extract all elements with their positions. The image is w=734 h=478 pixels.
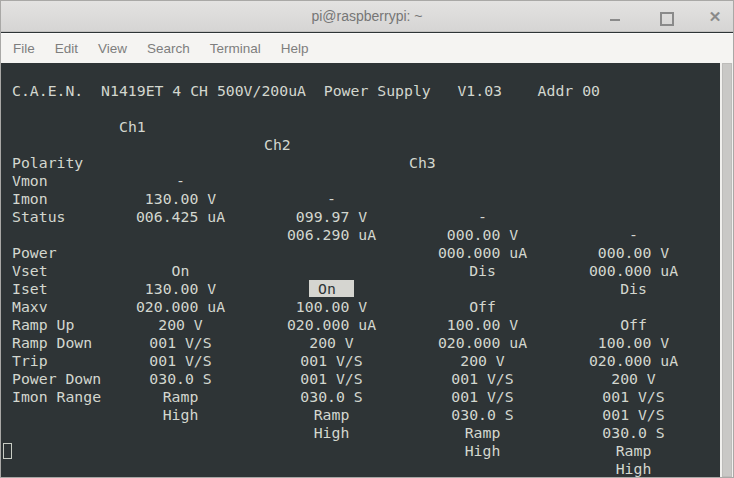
vmon-ch2: 099.97 V	[256, 208, 407, 226]
row-label: Status	[12, 208, 65, 226]
minimize-icon[interactable]	[607, 9, 623, 25]
menu-view[interactable]: View	[88, 36, 137, 61]
table-row-polarity: Polarity - - - -	[1, 136, 720, 154]
terminal-window: pi@raspberrypi: ~ ✕ File Edit View Searc…	[0, 0, 734, 478]
terminal-screen[interactable]: C.A.E.N. N1419ET 4 CH 500V/200uA Power S…	[1, 63, 733, 477]
close-icon[interactable]: ✕	[707, 9, 723, 25]
maximize-icon[interactable]	[657, 9, 673, 25]
imon-ch1: 006.425 uA	[105, 208, 256, 226]
trip-ch2[interactable]: 030.0 S	[256, 388, 407, 406]
powerdown-ch3[interactable]: Ramp	[407, 424, 558, 442]
menu-terminal[interactable]: Terminal	[200, 36, 271, 61]
table-row-power: Power On On Off Off	[1, 226, 720, 244]
window-controls: ✕	[607, 1, 723, 32]
imonrange-ch4[interactable]: High	[558, 460, 709, 478]
menu-edit[interactable]: Edit	[45, 36, 88, 61]
table-row-imon: Imon 006.425 uA 006.290 uA 000.000 uA 00…	[1, 172, 720, 190]
rampdown-ch4[interactable]: 001 V/S	[558, 406, 709, 424]
table-row-ramp-up: Ramp Up 001 V/S 001 V/S 001 V/S 001 V/S	[1, 298, 720, 316]
table-row-iset: Iset 020.000 uA 020.000 uA 020.000 uA 02…	[1, 262, 720, 280]
rampdown-ch3[interactable]: 001 V/S	[407, 388, 558, 406]
table-row-maxv: Maxv 200 V 200 V 200 V 200 V	[1, 280, 720, 298]
channel-header-ch1: Ch1	[119, 118, 146, 136]
scrollbar-thumb[interactable]	[722, 63, 732, 477]
table-row-status: Status Dis Dis	[1, 190, 720, 208]
table-row-trip: Trip 030.0 S 030.0 S 030.0 S 030.0 S	[1, 334, 720, 352]
app-title: C.A.E.N. N1419ET 4 CH 500V/200uA Power S…	[12, 82, 600, 100]
menu-help[interactable]: Help	[271, 36, 319, 61]
table-row-imon-range: Imon Range High High High High	[1, 370, 720, 388]
app-header-line: C.A.E.N. N1419ET 4 CH 500V/200uA Power S…	[1, 64, 720, 82]
powerdown-ch2[interactable]: Ramp	[256, 406, 407, 424]
channel-header-line: Ch1 Ch2 Ch3	[1, 100, 720, 118]
table-row-vset: Vset 130.00 V 100.00 V 100.00 V 100.00 V	[1, 244, 720, 262]
imonrange-ch1[interactable]: High	[105, 406, 256, 424]
table-row-vmon: Vmon 130.00 V 099.97 V 000.00 V 000.00 V	[1, 154, 720, 172]
powerdown-ch1[interactable]: Ramp	[105, 388, 256, 406]
polarity-ch3: -	[407, 208, 558, 226]
table-row-power-down: Power Down Ramp Ramp Ramp Ramp	[1, 352, 720, 370]
menubar: File Edit View Search Terminal Help	[1, 33, 733, 63]
table-row-ramp-down: Ramp Down 001 V/S 001 V/S 001 V/S 001 V/…	[1, 316, 720, 334]
command-menu-line: Group Mode Reset Alarm Quit	[1, 442, 720, 460]
trip-ch4[interactable]: 030.0 S	[558, 424, 709, 442]
scrollbar[interactable]	[720, 63, 733, 477]
trip-ch3[interactable]: 030.0 S	[407, 406, 558, 424]
titlebar[interactable]: pi@raspberrypi: ~ ✕	[1, 1, 733, 32]
menu-search[interactable]: Search	[137, 36, 200, 61]
row-label: Imon Range	[12, 388, 101, 406]
rampup-ch4[interactable]: 001 V/S	[558, 388, 709, 406]
terminal-cursor	[3, 443, 12, 459]
imonrange-ch2[interactable]: High	[256, 424, 407, 442]
menu-file[interactable]: File	[3, 36, 45, 61]
